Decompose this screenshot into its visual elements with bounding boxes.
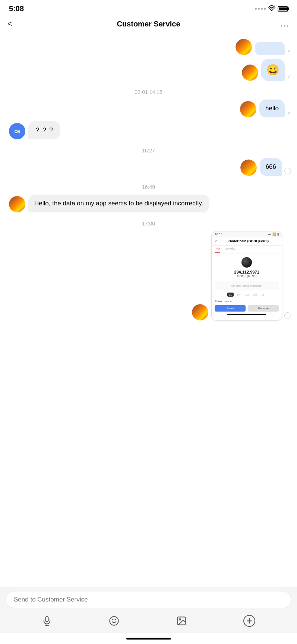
status-icons (255, 5, 288, 13)
back-button[interactable]: < (7, 19, 22, 29)
svg-point-4 (110, 616, 119, 625)
ss-tab-activity: Activity (225, 247, 236, 253)
avatar (242, 64, 258, 81)
emoji-bubble: 😀 (261, 59, 285, 81)
mic-button[interactable] (42, 616, 52, 626)
ss-time-1w: 1W (235, 293, 242, 297)
check-icon: ✓ (287, 48, 291, 54)
page-title: Customer Service (117, 20, 180, 28)
ss-receive-btn: Receive (248, 305, 279, 312)
ss-back: < (215, 239, 217, 243)
avatar-ce: ce (9, 123, 25, 139)
screenshot-bubble: 16:51 ▪▪▪ 📶 ▮ < GodeChain (GODE|GRC|) In… (211, 231, 282, 321)
text-bubble: 666 (260, 158, 282, 176)
ss-perf-label: Performance (215, 300, 279, 303)
ss-time-1y: 1Y (260, 293, 266, 297)
message-row: Hello, the data on my app seems to be di… (6, 195, 291, 212)
ss-time-1m: 1M (244, 293, 250, 297)
bubble-wrap: 16:51 ▪▪▪ 📶 ▮ < GodeChain (GODE|GRC|) In… (211, 231, 291, 321)
wifi-icon (268, 5, 275, 13)
home-indicator (0, 633, 297, 644)
svg-rect-1 (46, 616, 48, 622)
svg-point-8 (179, 619, 181, 620)
circle-icon (284, 312, 291, 319)
timestamp: 02-01 14:18 (6, 89, 291, 95)
bubble-wrap: ✓ (255, 42, 291, 55)
text-bubble: Hello, the data on my app seems to be di… (28, 195, 209, 212)
avatar (9, 196, 25, 212)
ss-chart-area: No chart data available. (215, 281, 279, 290)
circle-icon (284, 168, 291, 174)
screenshot-header: < GodeChain (GODE|GRC|) (212, 237, 282, 246)
ss-time: 16:51 (215, 233, 222, 236)
timestamp: 16:27 (6, 148, 291, 154)
message-row: 666 (6, 158, 291, 176)
message-row: 16:51 ▪▪▪ 📶 ▮ < GodeChain (GODE|GRC|) In… (6, 231, 291, 321)
home-bar (126, 638, 171, 640)
input-actions (6, 612, 291, 630)
timestamp: 16:49 (6, 184, 291, 190)
avatar (192, 304, 208, 321)
svg-point-0 (271, 10, 272, 11)
battery-icon (278, 6, 288, 12)
emoji-button[interactable] (109, 616, 119, 626)
ss-send-btn: Send (215, 305, 246, 312)
ss-actions: Send Receive (215, 305, 279, 312)
text-bubble: hello (259, 100, 285, 117)
ss-home-bar (227, 314, 266, 315)
ss-time-1d: 1D (227, 293, 234, 297)
message-input[interactable] (6, 591, 291, 608)
bubble-wrap: 666 (260, 158, 291, 176)
ss-no-chart: No chart data available. (218, 284, 276, 287)
signal-icon (255, 8, 266, 10)
ss-amount: 294,112.9971 (234, 270, 259, 274)
message-row: ce ？？？ (6, 121, 291, 139)
avatar (240, 160, 257, 176)
message-row: ✓ 😀 (6, 59, 291, 81)
bubble-partial (255, 42, 285, 55)
check-icon: ✓ (287, 110, 291, 116)
bubble-wrap: ✓ hello (259, 100, 291, 117)
ss-tab-info: Info (215, 247, 220, 253)
ss-coin-name: GODE(GRC) (237, 274, 257, 278)
ss-time-3m: 3M (252, 293, 258, 297)
avatar (236, 39, 252, 55)
header: < Customer Service ... (0, 16, 297, 35)
ss-coin-icon (241, 257, 252, 268)
message-row: ✓ hello (6, 100, 291, 117)
timestamp: 17:00 (6, 221, 291, 227)
chat-area: ✓ ✓ 😀 02-01 14:18 ✓ hello ce ？？？ 16:27 (0, 35, 297, 587)
bubble-wrap: ✓ 😀 (261, 59, 291, 81)
plus-button[interactable] (243, 615, 255, 627)
screenshot-statusbar: 16:51 ▪▪▪ 📶 ▮ (212, 231, 282, 237)
status-bar: 5:08 (0, 0, 297, 16)
message-row: ✓ (6, 39, 291, 55)
screenshot-body: 294,112.9971 GODE(GRC) No chart data ava… (212, 253, 282, 320)
input-bar (0, 587, 297, 633)
ss-time-tabs: 1D 1W 1M 3M 1Y (227, 293, 266, 297)
ss-title: GodeChain (GODE|GRC|) (218, 239, 279, 243)
status-time: 5:08 (9, 4, 24, 13)
avatar (240, 101, 256, 117)
more-button[interactable]: ... (275, 19, 290, 29)
check-icon: ✓ (287, 74, 291, 79)
text-bubble: ？？？ (28, 121, 60, 139)
screenshot-tabs: Info Activity (212, 246, 282, 253)
image-button[interactable] (176, 616, 187, 626)
